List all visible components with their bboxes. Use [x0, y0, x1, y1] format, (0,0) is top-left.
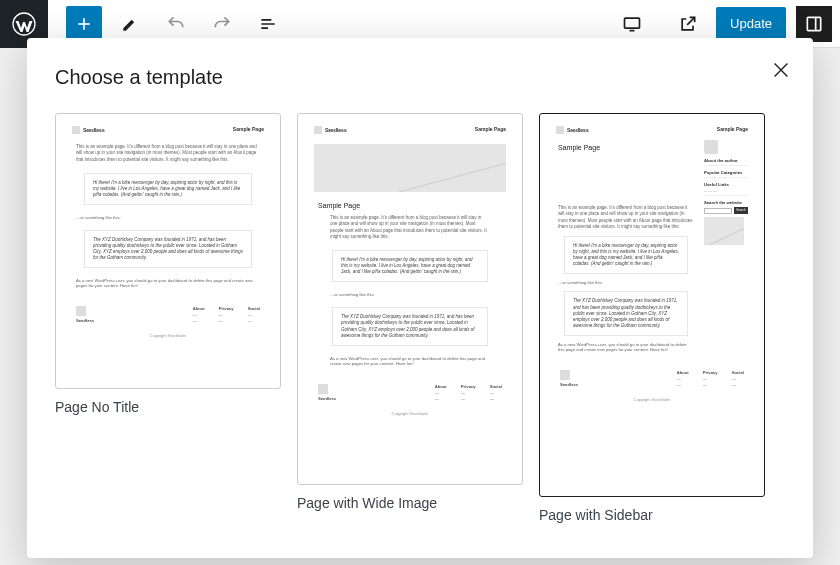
template-grid: SeedlessSample Page This is an example p…	[55, 113, 785, 523]
modal-overlay: Choose a template SeedlessSample Page Th…	[0, 38, 840, 565]
toolbar-right: Update	[604, 6, 840, 42]
document-overview-button[interactable]	[250, 6, 286, 42]
template-preview: SeedlessSample Page Sample Page This is …	[297, 113, 523, 485]
template-option-page-wide-image[interactable]: SeedlessSample Page Sample Page This is …	[297, 113, 523, 511]
update-button[interactable]: Update	[716, 7, 786, 40]
template-option-page-with-sidebar[interactable]: SeedlessSample Page Sample Page This is …	[539, 113, 765, 523]
close-button[interactable]	[763, 52, 799, 88]
view-device-button[interactable]	[614, 6, 650, 42]
template-preview: SeedlessSample Page This is an example p…	[55, 113, 281, 389]
placeholder-image-icon	[314, 144, 506, 192]
svg-rect-2	[807, 17, 820, 30]
template-preview: SeedlessSample Page Sample Page This is …	[539, 113, 765, 497]
edit-tool-button[interactable]	[112, 6, 148, 42]
preview-sidebar: About the author Popular Categories Usef…	[704, 140, 748, 356]
template-label: Page with Wide Image	[297, 495, 523, 511]
settings-panel-toggle[interactable]	[796, 6, 832, 42]
template-option-page-no-title[interactable]: SeedlessSample Page This is an example p…	[55, 113, 281, 415]
undo-button[interactable]	[158, 6, 194, 42]
modal-title: Choose a template	[55, 66, 785, 89]
choose-template-modal: Choose a template SeedlessSample Page Th…	[27, 38, 813, 558]
svg-rect-1	[625, 18, 640, 28]
redo-button[interactable]	[204, 6, 240, 42]
add-block-button[interactable]	[66, 6, 102, 42]
external-preview-button[interactable]	[670, 6, 706, 42]
template-label: Page No Title	[55, 399, 281, 415]
template-label: Page with Sidebar	[539, 507, 765, 523]
